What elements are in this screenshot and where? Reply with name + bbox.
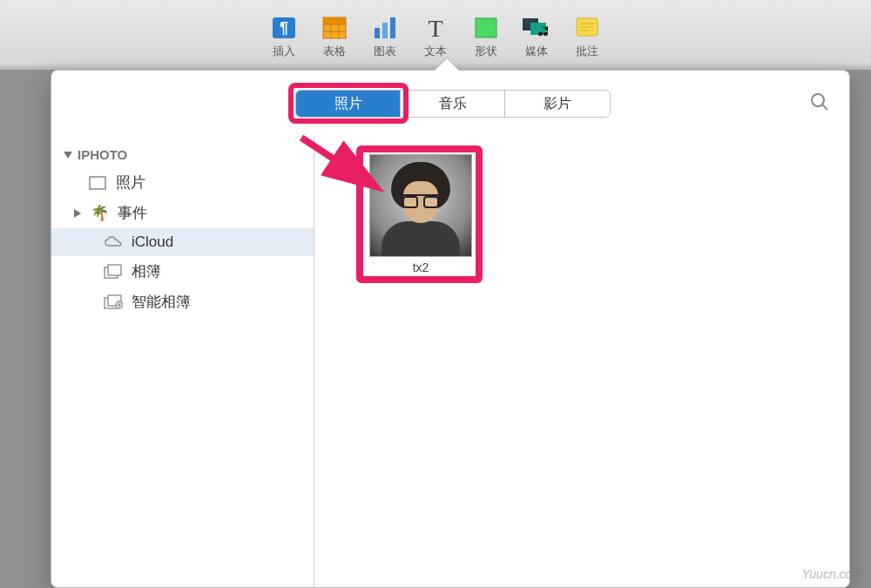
svg-rect-21 <box>90 177 105 189</box>
search-icon <box>809 91 830 112</box>
photo-thumbnail-item[interactable]: tx2 <box>365 154 476 274</box>
smart-albums-icon <box>104 294 123 310</box>
tab-photos[interactable]: 照片 <box>296 91 401 117</box>
svg-rect-9 <box>382 23 388 38</box>
section-title: IPHOTO <box>78 147 127 162</box>
chart-icon <box>369 16 401 40</box>
tab-movies[interactable]: 影片 <box>505 91 610 117</box>
svg-text:¶: ¶ <box>280 19 288 37</box>
chart-tool[interactable]: 图表 <box>369 16 401 70</box>
shape-tool[interactable]: 形状 <box>470 16 502 70</box>
table-tool[interactable]: 表格 <box>319 16 350 70</box>
comment-icon <box>571 16 603 40</box>
comment-tool[interactable]: 批注 <box>571 16 603 70</box>
svg-rect-23 <box>108 265 121 275</box>
sidebar-section-header[interactable]: IPHOTO <box>51 142 314 167</box>
sidebar-item-icloud[interactable]: iCloud <box>51 228 314 256</box>
source-sidebar: IPHOTO 照片 🌴 事件 iCloud 相簿 智能相簿 <box>51 137 314 587</box>
media-type-segmented: 照片 音乐 影片 <box>295 90 611 118</box>
tab-music[interactable]: 音乐 <box>401 91 505 117</box>
tool-label: 图表 <box>374 44 396 59</box>
sidebar-item-smart-albums[interactable]: 智能相簿 <box>51 287 314 317</box>
svg-rect-10 <box>390 17 395 38</box>
pilcrow-icon: ¶ <box>268 16 300 40</box>
sidebar-item-albums[interactable]: 相簿 <box>51 256 314 287</box>
photo-grid: tx2 <box>314 137 849 587</box>
watermark: Yuucn.com <box>801 567 862 581</box>
svg-line-20 <box>822 105 827 110</box>
sidebar-item-photos[interactable]: 照片 <box>51 167 314 198</box>
tool-label: 插入 <box>273 44 295 59</box>
svg-point-19 <box>812 94 824 106</box>
svg-text:T: T <box>428 16 442 40</box>
svg-rect-7 <box>323 17 346 24</box>
tool-label: 表格 <box>323 44 346 59</box>
insert-tool[interactable]: ¶ 插入 <box>268 16 300 70</box>
photo-filename-label: tx2 <box>365 260 476 274</box>
tool-label: 媒体 <box>525 44 548 59</box>
sidebar-item-label: 相簿 <box>132 261 161 281</box>
media-icon <box>521 16 552 40</box>
sidebar-item-label: 智能相簿 <box>132 292 191 312</box>
cloud-icon <box>104 234 123 250</box>
svg-rect-12 <box>476 18 496 37</box>
sidebar-item-label: 事件 <box>118 203 147 223</box>
tool-label: 文本 <box>424 44 447 59</box>
sidebar-item-label: 照片 <box>116 172 145 193</box>
albums-icon <box>104 264 123 280</box>
svg-rect-8 <box>375 28 380 38</box>
sidebar-item-events[interactable]: 🌴 事件 <box>51 198 314 228</box>
sidebar-item-label: iCloud <box>132 233 173 251</box>
tool-label: 形状 <box>475 44 497 59</box>
search-button[interactable] <box>809 91 830 116</box>
disclosure-triangle-icon <box>64 152 72 159</box>
text-icon: T <box>420 16 451 40</box>
table-icon <box>319 16 350 40</box>
tool-label: 批注 <box>576 44 598 59</box>
photos-icon <box>88 175 107 191</box>
media-popover: 照片 音乐 影片 IPHOTO 照片 🌴 事件 iCloud 相簿 <box>51 70 850 588</box>
photo-thumbnail <box>369 154 472 257</box>
palm-tree-icon: 🌴 <box>90 206 109 221</box>
disclosure-triangle-icon <box>74 209 81 218</box>
media-tool[interactable]: 媒体 <box>521 16 552 70</box>
shape-icon <box>470 16 502 40</box>
